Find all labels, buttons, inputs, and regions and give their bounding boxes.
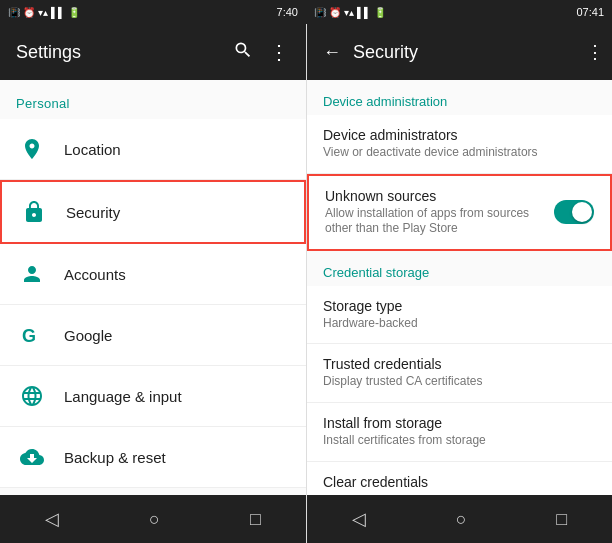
more-icon[interactable]: ⋮ [586,41,604,63]
settings-item-security[interactable]: Security [0,180,306,244]
unknown-sources-item[interactable]: Unknown sources Allow installation of ap… [307,174,612,251]
left-nav-bar: ◁ ○ □ [0,495,306,543]
security-panel: ← Security ⋮ Device administration Devic… [306,24,612,543]
device-admin-header: Device administration [307,80,612,115]
storage-type-subtitle: Hardware-backed [323,316,588,332]
trusted-credentials-item[interactable]: Trusted credentials Display trusted CA c… [307,344,612,403]
signal-icon-r: ▌▌ [357,7,371,18]
accounts-label: Accounts [64,266,126,283]
trusted-credentials-title: Trusted credentials [323,356,588,372]
lock-icon [18,196,50,228]
recent-nav-icon[interactable]: □ [250,509,261,530]
settings-title: Settings [16,42,81,63]
backup-icon [16,441,48,473]
settings-item-accounts[interactable]: Accounts [0,244,306,305]
wifi-icon: ▾▴ [38,7,48,18]
device-admin-title: Device administrators [323,127,588,143]
signal-icon: ▌▌ [51,7,65,18]
settings-toolbar: Settings ⋮ [0,24,306,80]
unknown-sources-title: Unknown sources [325,188,546,204]
home-nav-icon[interactable]: ○ [149,509,160,530]
settings-panel: Settings ⋮ Personal Location [0,24,306,543]
battery-icon-r: 🔋 [374,7,386,18]
security-label: Security [66,204,120,221]
google-icon: G [16,319,48,351]
right-status-icons: 📳 ⏰ ▾▴ ▌▌ 🔋 [314,7,386,18]
back-nav-icon-r[interactable]: ◁ [352,508,366,530]
back-arrow-icon[interactable]: ← [323,42,341,63]
personal-section-header: Personal [0,80,306,119]
clear-credentials-title: Clear credentials [323,474,588,490]
settings-item-google[interactable]: G Google [0,305,306,366]
alarm-icon-r: ⏰ [329,7,341,18]
home-nav-icon-r[interactable]: ○ [456,509,467,530]
vibrate-icon-r: 📳 [314,7,326,18]
device-administrators-item[interactable]: Device administrators View or deactivate… [307,115,612,174]
storage-type-title: Storage type [323,298,588,314]
vibrate-icon: 📳 [8,7,20,18]
wifi-icon-r: ▾▴ [344,7,354,18]
install-storage-title: Install from storage [323,415,588,431]
recent-nav-icon-r[interactable]: □ [556,509,567,530]
language-label: Language & input [64,388,182,405]
settings-item-location[interactable]: Location [0,119,306,180]
location-label: Location [64,141,121,158]
back-nav-icon[interactable]: ◁ [45,508,59,530]
battery-icon: 🔋 [68,7,80,18]
language-icon [16,380,48,412]
security-list: Device administration Device administrat… [307,80,612,495]
install-from-storage-item[interactable]: Install from storage Install certificate… [307,403,612,462]
storage-type-item[interactable]: Storage type Hardware-backed [307,286,612,345]
google-label: Google [64,327,112,344]
location-icon [16,133,48,165]
trusted-credentials-subtitle: Display trusted CA certificates [323,374,588,390]
settings-item-language[interactable]: Language & input [0,366,306,427]
right-status-time: 07:41 [576,6,604,18]
right-nav-bar: ◁ ○ □ [307,495,612,543]
left-status-time: 7:40 [277,6,298,18]
backup-label: Backup & reset [64,449,166,466]
settings-item-backup[interactable]: Backup & reset [0,427,306,488]
security-toolbar: ← Security ⋮ [307,24,612,80]
install-storage-subtitle: Install certificates from storage [323,433,588,449]
account-icon [16,258,48,290]
clear-credentials-item[interactable]: Clear credentials [307,462,612,495]
security-title: Security [353,42,574,63]
more-vert-icon[interactable]: ⋮ [269,40,290,64]
device-admin-subtitle: View or deactivate device administrators [323,145,588,161]
search-icon[interactable] [233,40,253,65]
credential-storage-header: Credential storage [307,251,612,286]
svg-text:G: G [22,326,36,346]
settings-list: Personal Location Security Acc [0,80,306,495]
left-status-icons: 📳 ⏰ ▾▴ ▌▌ 🔋 [8,7,80,18]
alarm-icon: ⏰ [23,7,35,18]
unknown-sources-toggle[interactable] [554,200,594,224]
unknown-sources-subtitle: Allow installation of apps from sources … [325,206,546,237]
